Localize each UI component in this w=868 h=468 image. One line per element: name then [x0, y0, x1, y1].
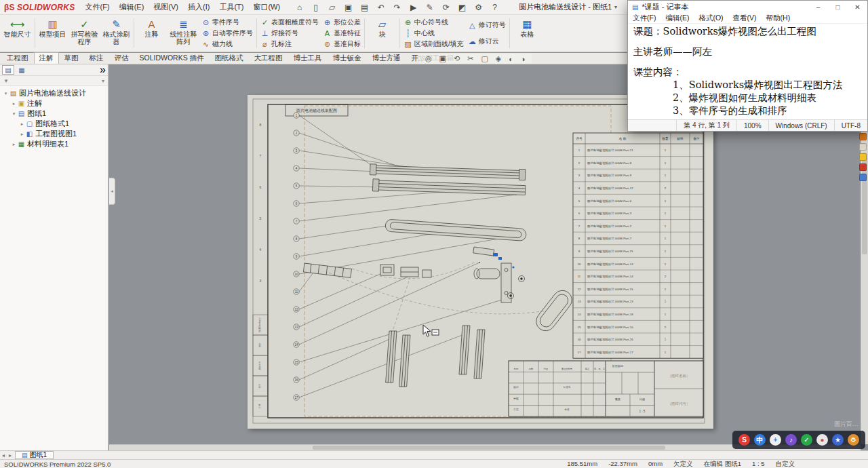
tree-filter-row[interactable]: ▼ ▾ — [0, 76, 108, 86]
drawing-sheet[interactable]: 圆片电池输送线装配图 876543 日期签字底图总号描校借(通)用件登记 123… — [248, 95, 713, 429]
sheet-nav-left-icon[interactable]: ◂ — [0, 452, 7, 459]
revision-cloud-button[interactable]: ☁修订云 — [468, 37, 506, 47]
property-manager-tab[interactable]: ▦ — [16, 65, 28, 75]
datum-target-button[interactable]: ⊚基准目标 — [323, 39, 361, 50]
notepad-menu-3[interactable]: 查看(V) — [728, 14, 762, 23]
star-app-icon[interactable]: ★ — [832, 434, 844, 446]
hide-show-icon[interactable]: ◐ — [509, 55, 513, 63]
section-view-icon[interactable]: ✂ — [467, 54, 473, 63]
revision-symbol-button[interactable]: △修订符号 — [468, 20, 506, 31]
previous-view-icon[interactable]: ⟲ — [454, 54, 460, 63]
tab-0[interactable]: 工程图 — [1, 52, 34, 64]
notepad-menu-1[interactable]: 编辑(E) — [660, 14, 694, 23]
smart-dimension-button[interactable]: ⟷智能尺寸 — [1, 16, 33, 50]
appearance-icon[interactable]: ◩ — [457, 3, 467, 12]
hscroll-thumb[interactable] — [313, 446, 665, 450]
dock-icon-1[interactable] — [859, 143, 867, 151]
format-painter-button[interactable]: ✎格式涂刷器 — [100, 16, 132, 50]
datum-feature-button[interactable]: A基准特征 — [323, 28, 361, 39]
dock-icon-3[interactable] — [859, 163, 867, 171]
geometric-tolerance-button[interactable]: ⊕形位公差 — [323, 18, 361, 28]
tab-8[interactable]: 博士工具 — [288, 52, 328, 64]
undo-icon[interactable]: ↶ — [376, 3, 386, 12]
tab-3[interactable]: 标注 — [84, 52, 109, 64]
open-file-icon[interactable]: ▱ — [327, 3, 337, 12]
feature-tree-tab[interactable]: ▤ — [2, 65, 14, 75]
title-block[interactable]: 标记处数分区更改文件号签名年、月、日设计审核工艺标准化批准阶段标记重量比例1 :… — [509, 361, 703, 416]
area-hatch-button[interactable]: ▨区域剖面线/填充 — [403, 39, 464, 50]
dot-app-icon[interactable]: ● — [816, 434, 828, 446]
expander-icon[interactable]: ▾ — [3, 91, 9, 96]
tab-2[interactable]: 草图 — [59, 52, 84, 64]
view-orientation-icon[interactable]: ▢ — [481, 54, 488, 63]
home-icon[interactable]: ⌂ — [294, 3, 304, 12]
expander-icon[interactable]: ▸ — [19, 121, 25, 127]
menu-item-0[interactable]: 文件(F) — [81, 1, 115, 14]
note-button[interactable]: A注释 — [136, 16, 167, 50]
new-file-icon[interactable]: ▯ — [311, 3, 321, 12]
panel-collapse-handle[interactable]: ◂ — [109, 178, 115, 205]
notepad-menu-4[interactable]: 帮助(H) — [762, 14, 795, 23]
tab-5[interactable]: SOLIDWORKS 插件 — [134, 52, 210, 64]
music-app-icon[interactable]: ♪ — [785, 434, 797, 446]
tree-root-assembly[interactable]: ▾▤圆片电池输送线设计 — [0, 88, 108, 98]
sheet-tab[interactable]: ▤ 图纸1 — [15, 451, 54, 459]
save-icon[interactable]: ▣ — [343, 3, 353, 12]
check-app-icon[interactable]: ✓ — [801, 434, 812, 446]
notepad-titlebar[interactable]: ▤ *课题 - 记事本 –□✕ — [628, 1, 867, 14]
gear-app-icon[interactable]: ⚙ — [848, 434, 859, 446]
dock-icon-2[interactable] — [859, 153, 867, 161]
maximize-button[interactable]: □ — [828, 1, 848, 14]
weld-symbol-button[interactable]: ⊥焊接符号 — [260, 28, 319, 39]
help-icon[interactable]: ? — [490, 3, 500, 12]
edit-appearance-icon[interactable]: ◑ — [521, 55, 526, 63]
tree-sheet-format1[interactable]: ▸▢图纸格式1 — [0, 119, 108, 129]
tree-annotations[interactable]: ▸▣注解 — [0, 98, 108, 109]
recorder-logo-icon[interactable]: S — [738, 434, 750, 446]
rebuild-icon[interactable]: ⟳ — [441, 3, 451, 12]
centerline-button[interactable]: ┆中心线 — [403, 28, 464, 39]
tree-bom-table1[interactable]: ▸▦材料明细表1 — [0, 139, 108, 149]
magnetic-line-button[interactable]: ∿磁力线 — [201, 39, 253, 50]
options-gear-icon[interactable]: ⚙ — [473, 3, 484, 12]
tree-sheet1[interactable]: ▾▤图纸1 — [0, 109, 108, 119]
model-items-button[interactable]: ▥模型项目 — [37, 16, 68, 50]
sketch-icon[interactable]: ✎ — [425, 3, 435, 12]
sheet-nav-right-icon[interactable]: ▸ — [7, 452, 14, 459]
menu-item-5[interactable]: 窗口(W) — [248, 1, 285, 14]
dock-icon-0[interactable] — [859, 133, 867, 140]
zoom-area-icon[interactable]: ▣ — [439, 54, 446, 63]
expander-icon[interactable]: ▸ — [19, 132, 25, 137]
tab-9[interactable]: 博士钣金 — [328, 52, 367, 64]
notepad-text-area[interactable]: 课题：Solidworks爆炸视图怎么出工程图主讲老师——阿左课堂内容： 1、S… — [628, 24, 867, 119]
close-button[interactable]: ✕ — [848, 1, 867, 14]
surface-finish-button[interactable]: ✓表面粗糙度符号 — [260, 18, 319, 28]
notepad-menu-2[interactable]: 格式(O) — [694, 14, 728, 23]
chevron-down-icon[interactable]: ▾ — [614, 4, 617, 10]
tab-7[interactable]: 大工程图 — [249, 52, 288, 64]
spell-checker-button[interactable]: ✓拼写检验程序 — [68, 16, 100, 50]
meeting-app-icon[interactable]: + — [770, 434, 781, 446]
menu-item-4[interactable]: 工具(T) — [214, 1, 248, 14]
expander-icon[interactable]: ▾ — [11, 111, 17, 117]
bom-table[interactable]: 序号名 称数量材料备注1圆片电池输送线设计.000M-Part-2112圆片电池… — [573, 133, 703, 358]
hole-callout-button[interactable]: ⌀孔标注 — [260, 39, 319, 50]
display-style-icon[interactable]: ◈ — [496, 54, 501, 63]
redo-icon[interactable]: ↷ — [392, 3, 402, 12]
menu-item-1[interactable]: 编辑(E) — [115, 1, 149, 14]
tab-10[interactable]: 博士方通 — [367, 52, 406, 64]
expander-icon[interactable]: ▸ — [11, 101, 17, 106]
tab-1[interactable]: 注解 — [34, 52, 59, 64]
dock-icon-4[interactable] — [859, 174, 867, 181]
minimize-button[interactable]: – — [808, 1, 828, 14]
notepad-window[interactable]: ▤ *课题 - 记事本 –□✕ 文件(F)编辑(E)格式(O)查看(V)帮助(H… — [627, 0, 868, 132]
notepad-menu-0[interactable]: 文件(F) — [628, 14, 660, 23]
blocks-button[interactable]: ▱块 — [366, 16, 398, 50]
zoom-fit-icon[interactable]: ◎ — [425, 54, 432, 63]
print-icon[interactable]: ▤ — [359, 3, 370, 12]
tree-drawing-view1[interactable]: ▸◧工程图视图1 — [0, 129, 108, 139]
filter-caret-icon[interactable]: ▾ — [102, 78, 104, 84]
menu-item-2[interactable]: 视图(V) — [149, 1, 183, 14]
auto-balloon-button[interactable]: ⊛自动零件序号 — [201, 28, 253, 39]
menu-item-3[interactable]: 插入(I) — [183, 1, 214, 14]
